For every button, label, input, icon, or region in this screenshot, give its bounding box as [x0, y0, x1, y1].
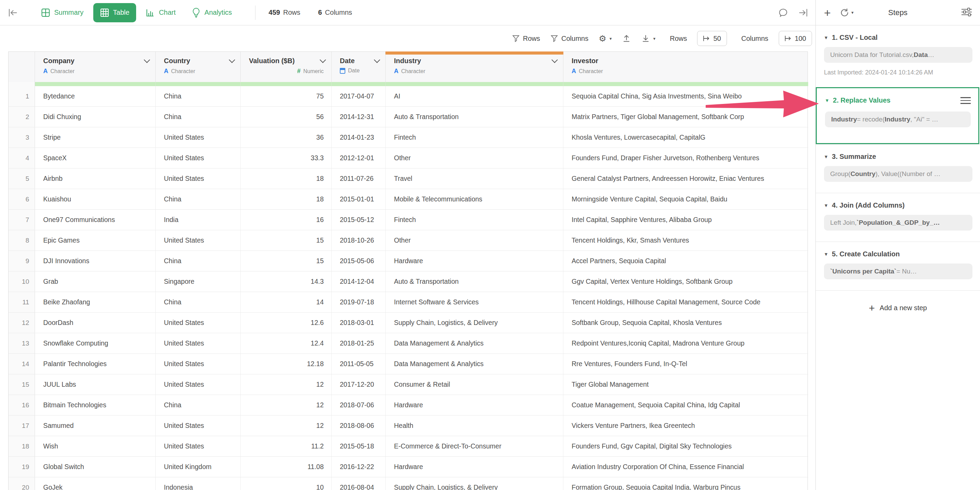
table-cell-valuation-b[interactable]: 18: [241, 189, 332, 210]
table-row[interactable]: 17SamumedUnited States122018-08-06Health…: [9, 415, 808, 436]
table-cell-valuation-b[interactable]: 18: [241, 169, 332, 189]
table-cell-country[interactable]: China: [156, 189, 241, 210]
table-cell-country[interactable]: United States: [156, 127, 241, 148]
table-cell-valuation-b[interactable]: 15: [241, 251, 332, 271]
table-cell-company[interactable]: Bitmain Technologies: [35, 395, 156, 415]
filter-columns-button[interactable]: Columns: [550, 35, 589, 43]
chevron-down-icon[interactable]: [144, 57, 150, 63]
table-cell-investor[interactable]: Matrix Partners, Tiger Global Management…: [563, 107, 808, 127]
step-collapse-icon[interactable]: ▾: [826, 97, 829, 104]
table-row[interactable]: 15JUUL LabsUnited States122017-12-20Cons…: [9, 374, 808, 395]
table-cell-country[interactable]: China: [156, 107, 241, 127]
table-cell-valuation-b[interactable]: 56: [241, 107, 332, 127]
table-cell-company[interactable]: Stripe: [35, 127, 156, 148]
table-cell-date[interactable]: 2019-07-18: [332, 292, 386, 313]
add-new-step-button[interactable]: + Add a new step: [816, 290, 980, 326]
table-row[interactable]: 13Snowflake ComputingUnited States12.420…: [9, 333, 808, 354]
table-cell-valuation-b[interactable]: 12.18: [241, 354, 332, 374]
step-summary-pill[interactable]: Group(Country), Value((Number of …: [824, 166, 972, 182]
table-cell-investor[interactable]: Rre Ventures, Founders Fund, In-Q-Tel: [563, 354, 808, 374]
table-cell-country[interactable]: United Kingdom: [156, 457, 241, 477]
comment-icon[interactable]: [778, 8, 788, 18]
download-button[interactable]: ▾: [641, 34, 655, 43]
table-cell-country[interactable]: Singapore: [156, 271, 241, 292]
table-row[interactable]: 7One97 CommunicationsIndia162015-05-12Fi…: [9, 210, 808, 230]
table-cell-country[interactable]: China: [156, 292, 241, 313]
table-cell-country[interactable]: United States: [156, 230, 241, 251]
table-cell-date[interactable]: 2018-01-25: [332, 333, 386, 354]
table-cell-company[interactable]: SpaceX: [35, 148, 156, 169]
table-row[interactable]: 16Bitmain TechnologiesChina122018-07-06H…: [9, 395, 808, 415]
chevron-down-icon[interactable]: [374, 57, 380, 63]
columns-limit-input[interactable]: 100: [779, 31, 812, 46]
tab-summary[interactable]: Summary: [34, 3, 91, 22]
table-cell-country[interactable]: Indonesia: [156, 477, 241, 490]
table-row[interactable]: 5AirbnbUnited States182011-07-26TravelGe…: [9, 169, 808, 189]
step-2-replace-values[interactable]: ▾2. Replace ValuesIndustry = recode(Indu…: [816, 87, 979, 144]
table-cell-investor[interactable]: Accel Partners, Sequoia Capital: [563, 251, 808, 271]
table-cell-industry[interactable]: E-Commerce & Direct-To-Consumer: [386, 436, 563, 457]
table-cell-industry[interactable]: Data Management & Analytics: [386, 354, 563, 374]
column-header-date[interactable]: DateDate: [332, 52, 386, 82]
table-cell-valuation-b[interactable]: 12: [241, 395, 332, 415]
table-cell-industry[interactable]: Internet Software & Services: [386, 292, 563, 313]
table-cell-investor[interactable]: Formation Group, Sequoia Capital India, …: [563, 477, 808, 490]
table-row[interactable]: 12DoorDashUnited States12.62018-03-01Sup…: [9, 313, 808, 333]
table-row[interactable]: 18WishUnited States11.22015-05-18E-Comme…: [9, 436, 808, 457]
table-cell-company[interactable]: DJI Innovations: [35, 251, 156, 271]
table-cell-country[interactable]: United States: [156, 354, 241, 374]
table-cell-company[interactable]: Bytedance: [35, 86, 156, 107]
table-cell-date[interactable]: 2018-03-01: [332, 313, 386, 333]
table-settings-button[interactable]: ⚙ ▾: [599, 34, 612, 43]
table-row[interactable]: 3StripeUnited States362014-01-23FintechK…: [9, 127, 808, 148]
add-step-icon[interactable]: +: [824, 7, 831, 19]
table-cell-date[interactable]: 2011-07-26: [332, 169, 386, 189]
table-cell-date[interactable]: 2015-05-12: [332, 210, 386, 230]
table-cell-country[interactable]: India: [156, 210, 241, 230]
table-cell-valuation-b[interactable]: 33.3: [241, 148, 332, 169]
table-cell-company[interactable]: Airbnb: [35, 169, 156, 189]
table-cell-company[interactable]: Beike Zhaofang: [35, 292, 156, 313]
table-row[interactable]: 10GrabSingapore14.32014-12-04Auto & Tran…: [9, 271, 808, 292]
steps-settings-button[interactable]: [961, 7, 972, 17]
table-cell-valuation-b[interactable]: 11.08: [241, 457, 332, 477]
table-cell-valuation-b[interactable]: 14: [241, 292, 332, 313]
table-cell-valuation-b[interactable]: 11.2: [241, 436, 332, 457]
table-row[interactable]: 8Epic GamesUnited States152018-10-26Othe…: [9, 230, 808, 251]
table-cell-valuation-b[interactable]: 16: [241, 210, 332, 230]
table-cell-date[interactable]: 2018-10-26: [332, 230, 386, 251]
table-cell-investor[interactable]: Founders Fund, Ggv Capital, Digital Sky …: [563, 436, 808, 457]
table-row[interactable]: 2Didi ChuxingChina562014-12-31Auto & Tra…: [9, 107, 808, 127]
table-cell-investor[interactable]: Khosla Ventures, Lowercasecapital, Capit…: [563, 127, 808, 148]
table-cell-company[interactable]: Global Switch: [35, 457, 156, 477]
table-row[interactable]: 14Palantir TechnologiesUnited States12.1…: [9, 354, 808, 374]
step-collapse-icon[interactable]: ▾: [825, 34, 827, 41]
column-header-company[interactable]: CompanyACharacter: [35, 52, 156, 82]
table-cell-date[interactable]: 2018-08-06: [332, 415, 386, 436]
column-header-valuation-b[interactable]: Valuation ($B)#Numeric: [241, 52, 332, 82]
table-cell-investor[interactable]: Vickers Venture Partners, Ikea Greentech: [563, 415, 808, 436]
table-cell-date[interactable]: 2015-01-01: [332, 189, 386, 210]
table-cell-country[interactable]: China: [156, 251, 241, 271]
table-cell-company[interactable]: One97 Communications: [35, 210, 156, 230]
column-header-investor[interactable]: InvestorACharacter: [563, 52, 808, 82]
column-header-industry[interactable]: IndustryACharacter: [386, 52, 563, 82]
table-row[interactable]: 6KuaishouChina182015-01-01Mobile & Telec…: [9, 189, 808, 210]
table-row[interactable]: 9DJI InnovationsChina152015-05-06Hardwar…: [9, 251, 808, 271]
table-cell-company[interactable]: Didi Chuxing: [35, 107, 156, 127]
table-cell-industry[interactable]: Other: [386, 148, 563, 169]
table-cell-country[interactable]: United States: [156, 313, 241, 333]
table-cell-company[interactable]: Grab: [35, 271, 156, 292]
table-cell-company[interactable]: Snowflake Computing: [35, 333, 156, 354]
table-cell-industry[interactable]: Mobile & Telecommunications: [386, 189, 563, 210]
step-3-summarize[interactable]: ▾3. SummarizeGroup(Country), Value((Numb…: [816, 144, 980, 193]
column-header-country[interactable]: CountryACharacter: [156, 52, 241, 82]
filter-rows-button[interactable]: Rows: [512, 35, 540, 43]
table-cell-date[interactable]: 2017-04-07: [332, 86, 386, 107]
step-1-csv-local[interactable]: ▾1. CSV - LocalUnicorn Data for Tutorial…: [816, 26, 980, 87]
table-cell-industry[interactable]: Travel: [386, 169, 563, 189]
table-cell-country[interactable]: United States: [156, 374, 241, 395]
step-menu-icon[interactable]: [961, 95, 971, 106]
table-cell-date[interactable]: 2014-12-04: [332, 271, 386, 292]
table-cell-company[interactable]: GoJek: [35, 477, 156, 490]
